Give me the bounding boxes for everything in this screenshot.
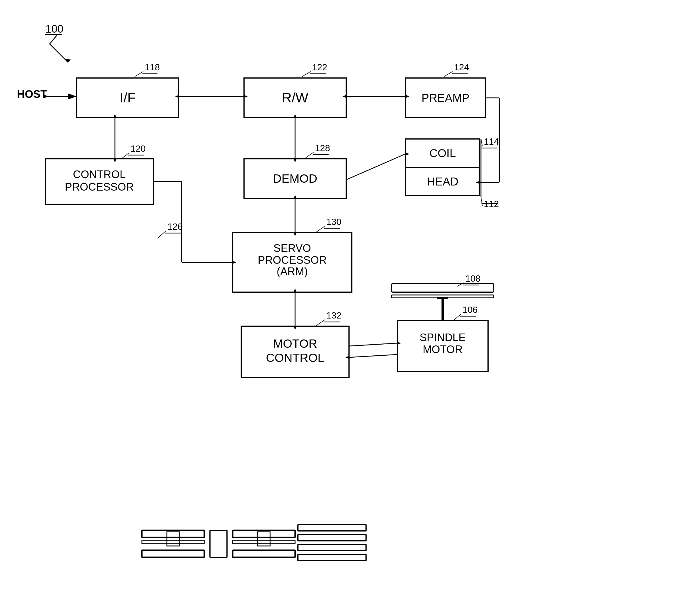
control-processor-label1: CONTROL <box>73 168 126 180</box>
svg-marker-40 <box>175 95 179 98</box>
rw-label: R/W <box>282 90 308 105</box>
svg-line-26 <box>316 226 325 232</box>
ref-106: 106 <box>462 305 478 315</box>
svg-rect-82 <box>298 535 366 541</box>
svg-marker-54 <box>293 288 297 293</box>
servo-label2: PROCESSOR <box>258 254 327 266</box>
if-label: I/F <box>120 90 135 105</box>
ref-124: 124 <box>454 62 469 72</box>
ref-114: 114 <box>484 136 499 147</box>
host-label: HOST <box>17 88 47 100</box>
svg-rect-73 <box>142 540 204 544</box>
svg-line-56 <box>347 154 405 180</box>
svg-rect-78 <box>233 540 295 544</box>
svg-line-60 <box>350 355 397 357</box>
svg-line-12 <box>302 72 311 77</box>
ref-100: 100 <box>45 23 63 35</box>
svg-rect-83 <box>298 545 366 551</box>
ref-108: 108 <box>465 274 480 284</box>
svg-line-14 <box>444 72 453 77</box>
svg-rect-84 <box>298 554 366 561</box>
svg-marker-42 <box>343 95 347 98</box>
svg-rect-81 <box>298 525 366 531</box>
svg-marker-51 <box>293 195 297 199</box>
svg-line-16 <box>122 153 129 158</box>
svg-line-0 <box>50 35 57 44</box>
svg-rect-76 <box>210 530 227 557</box>
svg-rect-80 <box>233 550 295 557</box>
ref-132: 132 <box>326 310 341 320</box>
svg-marker-52 <box>293 232 297 236</box>
svg-line-28 <box>316 320 325 325</box>
svg-marker-57 <box>405 152 409 156</box>
ref-128: 128 <box>315 143 330 153</box>
coil-label: COIL <box>429 147 456 159</box>
svg-line-24 <box>481 197 482 206</box>
svg-marker-39 <box>244 95 248 98</box>
ref-120: 120 <box>130 144 146 154</box>
ref-126: 126 <box>168 222 182 232</box>
svg-rect-75 <box>142 550 204 557</box>
diagram-container: 100 HOST I/F <box>0 0 700 599</box>
svg-marker-43 <box>405 95 409 98</box>
svg-line-30 <box>454 314 461 320</box>
servo-label1: SERVO <box>274 242 311 254</box>
svg-marker-65 <box>476 181 480 184</box>
motor-control-label1: MOTOR <box>273 337 317 350</box>
svg-marker-48 <box>293 114 297 118</box>
demod-label: DEMOD <box>273 172 317 185</box>
svg-line-10 <box>135 72 143 77</box>
svg-line-66 <box>157 231 166 238</box>
svg-line-18 <box>305 152 314 158</box>
head-label: HEAD <box>427 175 458 188</box>
svg-marker-59 <box>397 341 401 345</box>
spindle-label1: SPINDLE <box>420 332 466 343</box>
ref-122: 122 <box>312 62 327 72</box>
svg-line-2 <box>50 44 68 62</box>
svg-line-58 <box>350 343 397 346</box>
preamp-label: PREAMP <box>422 92 470 104</box>
control-processor-label2: PROCESSOR <box>65 181 134 193</box>
svg-marker-49 <box>293 158 297 162</box>
svg-marker-45 <box>113 114 117 118</box>
svg-marker-71 <box>232 261 236 264</box>
ref-118: 118 <box>145 62 160 72</box>
motor-control-label2: CONTROL <box>266 351 324 364</box>
block-diagram-svg: 100 HOST I/F <box>0 0 700 599</box>
ref-130: 130 <box>326 217 341 227</box>
svg-marker-55 <box>293 325 297 330</box>
spindle-label2: MOTOR <box>423 343 463 355</box>
svg-marker-61 <box>345 356 350 359</box>
servo-label3: (ARM) <box>277 265 308 277</box>
svg-marker-46 <box>113 158 117 162</box>
